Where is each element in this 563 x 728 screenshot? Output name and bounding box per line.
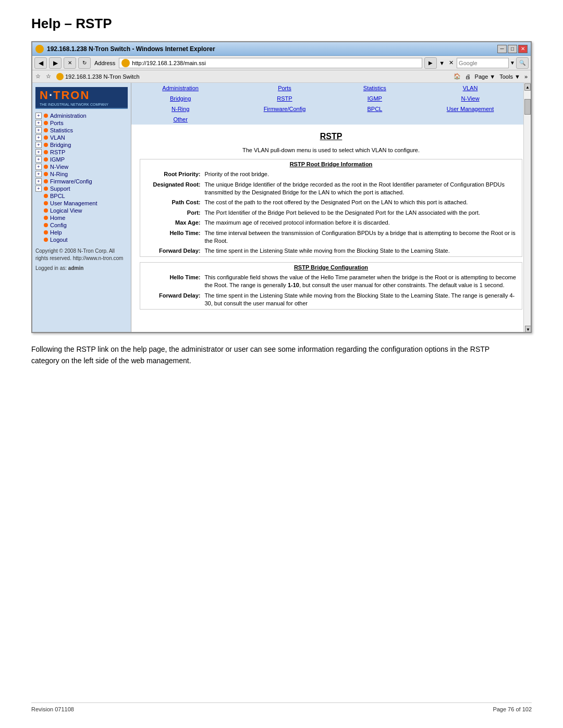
sidebar-item-vlan[interactable]: + VLAN [35,134,128,141]
nav-other[interactable]: Other [173,116,188,122]
nav-igmp[interactable]: IGMP [368,95,382,102]
browser-toolbar: ◀ ▶ ✕ ↻ Address http://192.168.1.238/mai… [32,56,531,70]
address-favicon-icon [121,59,130,67]
scrollbar-thumb[interactable] [524,99,531,115]
sidebar-label-logout: Logout [50,237,68,243]
sidebar-item-administration[interactable]: + Administration [35,112,128,119]
expand-nview-icon[interactable]: + [35,164,42,170]
scrollbar-down-arrow[interactable]: ▼ [525,326,531,333]
sidebar-item-nring[interactable]: + N-Ring [35,170,128,178]
max-age-value: The maximum age of received protocol inf… [203,218,522,228]
stop-button[interactable]: ✕ [64,57,76,69]
browser-content-area: N·TRON THE INDUSTRIAL NETWORK COMPANY + … [32,83,531,333]
search-input[interactable] [457,58,509,68]
dot-administration-icon [44,114,48,118]
root-priority-label: Root Priority: [140,169,203,179]
content-area: RSTP The VLAN pull-down menu is used to … [131,125,531,321]
sidebar-item-firmware[interactable]: + Firmware/Config [35,178,128,185]
minimize-button[interactable]: ─ [497,45,507,53]
sidebar-label-logical-view: Logical View [50,207,82,214]
expand-igmp-icon[interactable]: + [35,156,42,163]
expand-bridging-icon[interactable]: + [35,142,42,148]
sidebar-item-nview[interactable]: + N-View [35,163,128,170]
sidebar-item-support[interactable]: + Support [35,185,128,192]
designated-root-label: Designated Root: [140,180,203,198]
browser-titlebar: 192.168.1.238 N·Tron Switch - Windows In… [32,42,531,56]
bridge-config-header: RSTP Bridge Configuration [140,262,522,273]
back-button[interactable]: ◀ [34,57,47,69]
expand-support-icon[interactable]: + [35,186,42,192]
close-button[interactable]: ✕ [518,45,528,53]
tools-menu[interactable]: Tools ▼ [499,73,520,80]
sidebar-label-ports: Ports [50,120,64,126]
address-bar[interactable]: http://192.168.1.238/main.ssi [119,58,422,68]
sidebar-item-home[interactable]: Home [35,214,128,221]
nav-statistics[interactable]: Statistics [363,85,386,91]
sidebar-item-user-management[interactable]: User Management [35,200,128,207]
logo-subtitle: THE INDUSTRIAL NETWORK COMPANY [40,103,108,106]
nav-nview[interactable]: N-View [461,95,479,102]
expand-rstp-icon[interactable]: + [35,149,42,155]
nav-nring[interactable]: N-Ring [172,106,189,112]
sidebar-label-administration: Administration [50,113,87,119]
expand-ports-icon[interactable]: + [35,120,42,126]
dot-nring-icon [44,172,48,176]
sidebar-item-logical-view[interactable]: Logical View [35,207,128,214]
expand-administration-icon[interactable]: + [35,113,42,119]
nav-vlan[interactable]: VLAN [463,85,478,91]
nav-firmware[interactable]: Firmware/Config [264,106,306,112]
sidebar-label-home: Home [50,215,65,221]
dot-home-icon [44,216,48,220]
expand-firmware-icon[interactable]: + [35,178,42,184]
sidebar-item-config[interactable]: Config [35,221,128,229]
logged-in-user: admin [68,265,83,271]
ie-toolbar-right: 🏠 🖨 Page ▼ Tools ▼ » [454,73,528,80]
root-priority-value: Priority of the root bridge. [203,169,522,179]
config-hello-time-label: Hello Time: [140,273,203,291]
search-divider: ✕ [449,59,454,66]
sidebar-label-vlan: VLAN [50,134,65,141]
expand-vlan-icon[interactable]: + [35,134,42,141]
path-cost-label: Path Cost: [140,198,203,207]
footer-revision: Revision 071108 [31,706,74,712]
nav-ports[interactable]: Ports [278,85,291,91]
search-dropdown-icon[interactable]: ▼ [510,60,515,66]
nav-bridging[interactable]: Bridging [170,95,191,102]
forward-delay-label: Forward Delay: [140,246,203,256]
address-label: Address [94,60,115,66]
refresh-button[interactable]: ↻ [78,57,91,69]
forward-delay-value: The time spent in the Listening State wh… [203,246,522,256]
description-text: Following the RSTP link on the help page… [31,343,500,367]
expand-statistics-icon[interactable]: + [35,127,42,133]
feeds-label: ☆ [46,73,51,80]
go-button[interactable]: ▶ [424,57,437,69]
sidebar-item-igmp[interactable]: + IGMP [35,156,128,163]
nav-bpcl[interactable]: BPCL [367,106,382,112]
scrollbar-up-arrow[interactable]: ▲ [524,83,531,91]
sidebar-item-rstp[interactable]: + RSTP [35,149,128,156]
nav-rstp[interactable]: RSTP [277,95,292,102]
forward-button[interactable]: ▶ [49,57,62,69]
nav-administration[interactable]: Administration [162,85,199,91]
designated-root-value: The unique Bridge Identifier of the brid… [203,180,522,198]
footer-page: Page 76 of 102 [493,706,532,712]
expand-nring-icon[interactable]: + [35,171,42,177]
sidebar-label-nring: N-Ring [50,171,68,177]
sidebar-item-logout[interactable]: Logout [35,236,128,243]
restore-button[interactable]: □ [508,45,517,53]
sidebar-label-rstp: RSTP [50,149,65,155]
dot-nview-icon [44,165,48,169]
search-button[interactable]: 🔍 [516,57,529,69]
sidebar-label-user-management: User Management [50,200,97,206]
sidebar-item-statistics[interactable]: + Statistics [35,127,128,134]
sidebar-item-bpcl[interactable]: BPCL [35,192,128,200]
home-icon[interactable]: 🏠 [454,73,461,80]
print-icon[interactable]: 🖨 [465,73,471,80]
dot-help-icon [44,230,48,235]
sidebar-item-bridging[interactable]: + Bridging [35,141,128,149]
sidebar-item-ports[interactable]: + Ports [35,119,128,127]
nav-user-management[interactable]: User Management [447,106,494,112]
favorites-ntron-link[interactable]: 192.168.1.238 N-Tron Switch [56,73,140,80]
page-menu[interactable]: Page ▼ [475,73,496,80]
sidebar-item-help[interactable]: Help [35,229,128,236]
